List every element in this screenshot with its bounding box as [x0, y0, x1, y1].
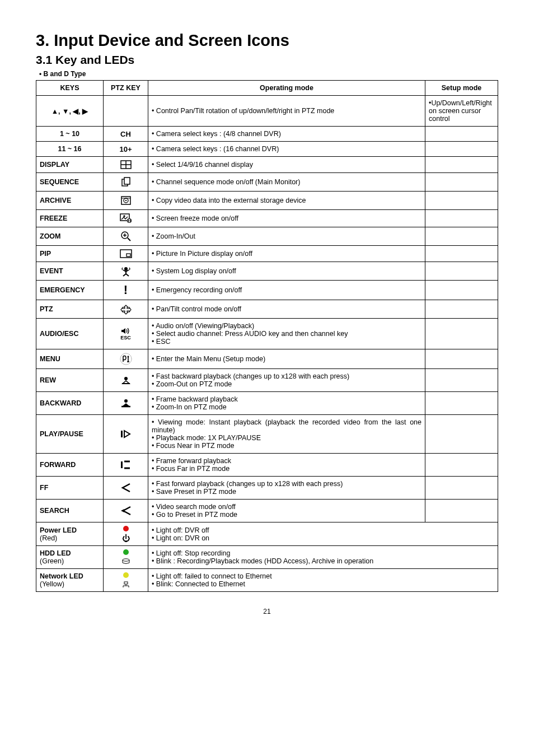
- key-11-16: 11 ~ 16: [36, 142, 104, 157]
- op-hdd: • Light off: Stop recording • Blink : Re…: [148, 546, 498, 569]
- op-sequence: • Channel sequence mode on/off (Main Mon…: [148, 173, 425, 192]
- svg-rect-39: [124, 582, 128, 584]
- setup-empty: [425, 246, 498, 262]
- setup-empty: [425, 500, 498, 522]
- play-pause-icon: [104, 415, 148, 454]
- svg-point-38: [123, 558, 129, 561]
- op-ptz: • Pan/Tilt control mode on/off: [148, 300, 425, 319]
- key-event: EVENT: [36, 262, 104, 281]
- setup-empty: [425, 210, 498, 227]
- display-icon: [104, 157, 148, 173]
- pip-icon: [104, 246, 148, 262]
- svg-point-7: [125, 200, 126, 201]
- key-backward: BACKWARD: [36, 392, 104, 415]
- key-zoom: ZOOM: [36, 227, 104, 246]
- op-ff: • Fast forward playback (changes up to x…: [148, 477, 425, 500]
- svg-point-27: [127, 356, 129, 358]
- archive-icon: [104, 192, 148, 210]
- rew-icon: [104, 369, 148, 392]
- svg-rect-4: [124, 178, 130, 184]
- setup-empty: [425, 349, 498, 369]
- key-net-led: Network LED(Yellow): [36, 569, 104, 592]
- power-led-icon: ⏻: [104, 522, 148, 546]
- zoom-icon: [104, 227, 148, 246]
- ptz-ch: CH: [104, 127, 148, 142]
- key-ff: FF: [36, 477, 104, 500]
- op-ch16: • Camera select keys : (16 channel DVR): [148, 142, 425, 157]
- setup-empty: [425, 192, 498, 210]
- key-freeze: FREEZE: [36, 210, 104, 227]
- setup-empty: [425, 157, 498, 173]
- op-archive: • Copy video data into the external stor…: [148, 192, 425, 210]
- op-rew: • Fast backward playback (changes up to …: [148, 369, 425, 392]
- svg-point-30: [124, 377, 128, 380]
- menu-icon: [104, 349, 148, 369]
- svg-line-17: [128, 238, 130, 241]
- keys-table: KEYS PTZ KEY Operating mode Setup mode ▲…: [36, 80, 498, 592]
- setup-empty: [425, 173, 498, 192]
- key-sequence: SEQUENCE: [36, 173, 104, 192]
- op-backward: • Frame backward playback • Zoom-In on P…: [148, 392, 425, 415]
- esc-label: ESC: [107, 335, 144, 340]
- svg-rect-13: [130, 220, 130, 222]
- header-setup: Setup mode: [425, 81, 498, 96]
- header-ptz: PTZ KEY: [104, 81, 148, 96]
- setup-arrows: •Up/Down/Left/Right on screen cursor con…: [425, 96, 498, 127]
- op-ch: • Camera select keys : (4/8 channel DVR): [148, 127, 425, 142]
- op-forward: • Frame forward playback • Focus Far in …: [148, 454, 425, 477]
- ptz-10plus: 10+: [104, 142, 148, 157]
- header-op: Operating mode: [148, 81, 425, 96]
- key-display: DISPLAY: [36, 157, 104, 173]
- op-play: • Viewing mode: Instant playback (playba…: [148, 415, 425, 454]
- setup-empty: [425, 281, 498, 300]
- setup-empty: [425, 319, 498, 349]
- key-pip: PIP: [36, 246, 104, 262]
- setup-empty: [425, 415, 498, 454]
- page-number: 21: [36, 608, 498, 615]
- key-emergency: EMERGENCY: [36, 281, 104, 300]
- key-play: PLAY/PAUSE: [36, 415, 104, 454]
- ptz-empty: [104, 96, 148, 127]
- key-hdd-led: HDD LED(Green): [36, 546, 104, 569]
- hdd-led-icon: [104, 546, 148, 569]
- key-audio: AUDIO/ESC: [36, 319, 104, 349]
- key-rew: REW: [36, 369, 104, 392]
- setup-empty: [425, 392, 498, 415]
- setup-empty: [425, 142, 498, 157]
- setup-empty: [425, 300, 498, 319]
- op-arrows: • Control Pan/Tilt rotation of up/down/l…: [148, 96, 425, 127]
- svg-rect-19: [127, 254, 130, 256]
- key-power-led: Power LED(Red): [36, 522, 104, 546]
- svg-point-20: [124, 267, 128, 270]
- svg-line-24: [123, 274, 126, 276]
- op-zoom: • Zoom-In/Out: [148, 227, 425, 246]
- svg-point-10: [123, 215, 125, 217]
- setup-empty: [425, 262, 498, 281]
- key-archive: ARCHIVE: [36, 192, 104, 210]
- op-net: • Light off: failed to connect to Ethern…: [148, 569, 498, 592]
- search-icon: [104, 500, 148, 522]
- section-title: 3.1 Key and LEDs: [36, 53, 498, 67]
- backward-icon: [104, 392, 148, 415]
- event-icon: [104, 262, 148, 281]
- network-led-icon: [104, 569, 148, 592]
- key-menu: MENU: [36, 349, 104, 369]
- op-audio: • Audio on/off (Viewing/Playback) • Sele…: [148, 319, 425, 349]
- key-ptz: PTZ: [36, 300, 104, 319]
- op-display: • Select 1/4/9/16 channel display: [148, 157, 425, 173]
- setup-empty: [425, 127, 498, 142]
- ff-icon: [104, 477, 148, 500]
- audio-icon: ESC: [104, 319, 148, 349]
- svg-rect-12: [128, 220, 129, 222]
- svg-point-11: [127, 219, 131, 223]
- forward-icon: [104, 454, 148, 477]
- op-freeze: • Screen freeze mode on/off: [148, 210, 425, 227]
- setup-empty: [425, 227, 498, 246]
- op-emergency: • Emergency recording on/off: [148, 281, 425, 300]
- ptz-icon: [104, 300, 148, 319]
- svg-rect-34: [121, 431, 123, 437]
- key-arrows: ▲, ▼, ◀, ▶: [36, 96, 104, 127]
- freeze-icon: [104, 210, 148, 227]
- svg-line-25: [126, 274, 129, 276]
- type-note: • B and D Type: [39, 70, 498, 78]
